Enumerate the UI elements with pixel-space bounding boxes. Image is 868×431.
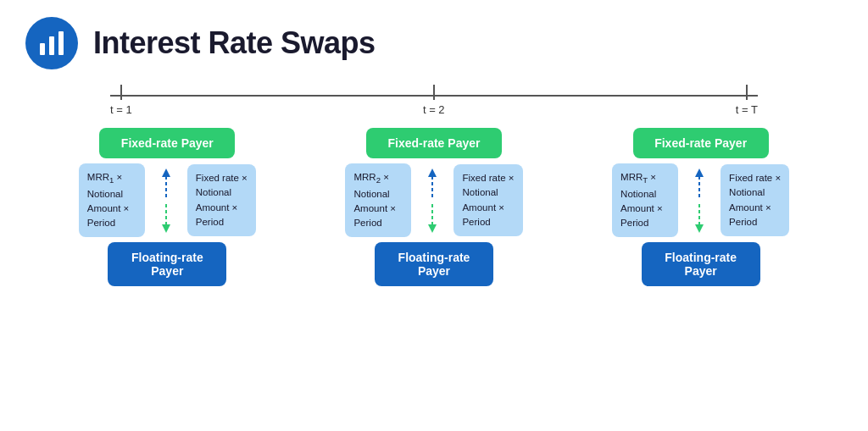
arrow-up-3 bbox=[690, 167, 709, 199]
left-info-box-1: MRR1 ×NotionalAmount ×Period bbox=[79, 163, 145, 237]
arrow-up-1 bbox=[157, 167, 175, 199]
logo-circle bbox=[25, 17, 78, 69]
fixed-payer-box-1: Fixed-rate Payer bbox=[99, 128, 235, 158]
arrow-down-2 bbox=[423, 202, 442, 235]
arrow-up-2 bbox=[423, 167, 442, 199]
tick-2: t = 2 bbox=[423, 85, 445, 116]
swap-diagram-2: Fixed-rate Payer MRR2 ×NotionalAmount ×P… bbox=[315, 128, 553, 286]
floating-payer-box-1: Floating-rate Payer bbox=[108, 242, 226, 286]
svg-rect-0 bbox=[40, 43, 45, 55]
svg-marker-14 bbox=[695, 224, 704, 233]
tick-label-3: t = T bbox=[736, 103, 758, 116]
diagrams-row: Fixed-rate Payer MRR1 ×NotionalAmount ×P… bbox=[25, 128, 843, 286]
tick-label-1: t = 1 bbox=[110, 103, 132, 116]
floating-payer-box-3: Floating-rate Payer bbox=[642, 242, 760, 286]
fixed-payer-box-3: Fixed-rate Payer bbox=[633, 128, 769, 158]
right-info-box-3: Fixed rate ×NotionalAmount ×Period bbox=[721, 164, 789, 236]
middle-row-1: MRR1 ×NotionalAmount ×Period Fixed r bbox=[79, 163, 256, 237]
middle-row-2: MRR2 ×NotionalAmount ×Period Fixed rate … bbox=[345, 163, 522, 237]
svg-rect-1 bbox=[49, 36, 54, 55]
tick-mark-3 bbox=[746, 85, 748, 100]
arrow-down-3 bbox=[690, 202, 709, 235]
floating-payer-box-2: Floating-rate Payer bbox=[375, 242, 493, 286]
bar-chart-icon bbox=[36, 28, 67, 58]
tick-3: t = T bbox=[736, 85, 758, 116]
right-info-box-1: Fixed rate ×NotionalAmount ×Period bbox=[187, 164, 256, 236]
timeline-ticks: t = 1 t = 2 t = T bbox=[59, 85, 809, 116]
swap-diagram-3: Fixed-rate Payer MRRT ×NotionalAmount ×P… bbox=[582, 128, 820, 286]
tick-1: t = 1 bbox=[110, 85, 132, 116]
left-info-box-2: MRR2 ×NotionalAmount ×Period bbox=[345, 163, 411, 237]
header: Interest Rate Swaps bbox=[25, 17, 843, 69]
svg-marker-6 bbox=[162, 224, 170, 233]
svg-marker-10 bbox=[428, 224, 437, 233]
tick-label-2: t = 2 bbox=[423, 103, 445, 116]
arrow-down-1 bbox=[157, 202, 175, 235]
page-container: Interest Rate Swaps t = 1 t = 2 t = T Fi… bbox=[0, 0, 868, 431]
svg-rect-2 bbox=[58, 31, 64, 55]
svg-marker-12 bbox=[695, 169, 704, 177]
tick-mark-1 bbox=[120, 85, 122, 100]
arrows-col-1 bbox=[150, 167, 182, 235]
arrows-col-2 bbox=[416, 167, 448, 235]
left-info-box-3: MRRT ×NotionalAmount ×Period bbox=[612, 163, 678, 237]
svg-marker-8 bbox=[428, 169, 437, 177]
tick-mark-2 bbox=[433, 85, 435, 100]
middle-row-3: MRRT ×NotionalAmount ×Period Fixed rate … bbox=[612, 163, 789, 237]
svg-marker-4 bbox=[162, 169, 170, 177]
page-title: Interest Rate Swaps bbox=[93, 25, 376, 61]
swap-diagram-1: Fixed-rate Payer MRR1 ×NotionalAmount ×P… bbox=[48, 128, 286, 286]
arrows-col-3 bbox=[683, 167, 715, 235]
right-info-box-2: Fixed rate ×NotionalAmount ×Period bbox=[453, 164, 522, 236]
fixed-payer-box-2: Fixed-rate Payer bbox=[366, 128, 502, 158]
timeline-area: t = 1 t = 2 t = T bbox=[59, 85, 809, 116]
